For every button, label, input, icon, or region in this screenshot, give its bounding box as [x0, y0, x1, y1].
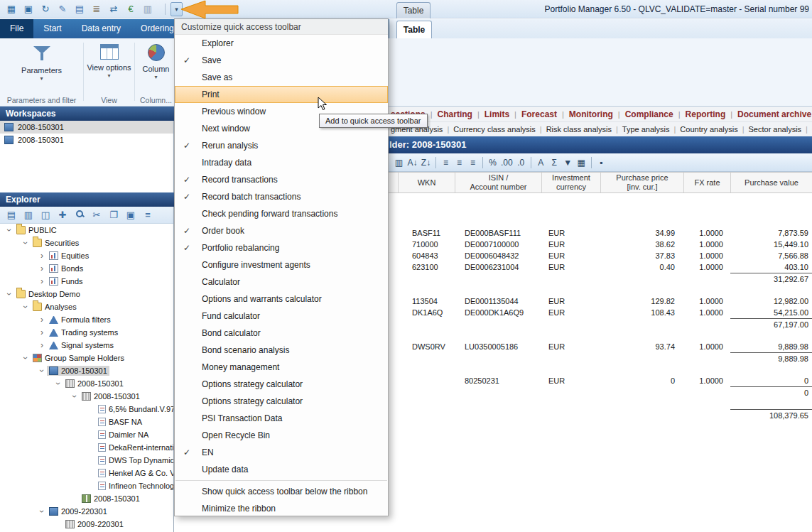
filter-settings-icon[interactable]: ≡ [139, 208, 156, 222]
data-icon[interactable]: ▥ [139, 1, 156, 18]
workspace-item-2008-150301[interactable]: 2008-150301 [0, 121, 173, 134]
menu-item-save-as[interactable]: Save as [175, 69, 388, 86]
column-header-isin[interactable]: ISIN / Account number [455, 173, 541, 192]
column-header-price[interactable]: Purchase price [inv. cur.] [600, 173, 683, 192]
tree-item-henkel-ag-co-v2[interactable]: Henkel AG & Co. V2... [0, 467, 173, 479]
chevron-collapsed-icon[interactable]: › [37, 340, 47, 350]
tab-compliance[interactable]: Compliance [625, 109, 673, 119]
save-icon[interactable]: ▣ [20, 1, 37, 18]
add-decimal-icon[interactable]: .00 [499, 156, 514, 170]
chevron-expanded-icon[interactable]: › [70, 391, 80, 401]
tab-document-archive[interactable]: Document archive [737, 109, 811, 119]
chevron-collapsed-icon[interactable]: › [37, 327, 47, 337]
tree-item-2009-220301[interactable]: ›2009-220301 [0, 505, 173, 518]
tree-view-icon[interactable]: ▤ [3, 208, 20, 222]
menu-item-check-pending-forward-transactions[interactable]: Check pending forward transactions [175, 205, 388, 222]
columns-view-icon[interactable]: ◫ [37, 208, 54, 222]
chevron-collapsed-icon[interactable]: › [37, 251, 47, 261]
menu-item-options-strategy-calculator[interactable]: Options strategy calculator [175, 376, 388, 393]
tree-item-2008-150301[interactable]: 2008-150301 [0, 492, 173, 505]
tree-item-equities[interactable]: ›Equities [0, 249, 173, 262]
column-header-value[interactable]: Purchase value [730, 173, 812, 192]
menu-item-print[interactable]: Print [175, 86, 388, 103]
menu-item-show-quick-access-toolbar-below-the-ribbon[interactable]: Show quick access toolbar below the ribb… [175, 483, 388, 500]
language-icon[interactable]: € [122, 1, 139, 18]
chevron-expanded-icon[interactable]: › [37, 366, 47, 376]
column-header-wkn[interactable]: WKN [398, 173, 455, 192]
sort-descending-icon[interactable]: Z↓ [419, 156, 433, 170]
filter-icon[interactable]: ▼ [561, 156, 575, 170]
column-header-currency[interactable]: Investment currency [541, 173, 600, 192]
ribbon-tab-file[interactable]: File [0, 19, 33, 38]
tab-limits[interactable]: Limits [485, 109, 509, 119]
chevron-expanded-icon[interactable]: › [53, 379, 63, 389]
chevron-collapsed-icon[interactable]: › [37, 276, 47, 286]
format-columns-icon[interactable]: ▥ [392, 156, 406, 170]
tree-item-desktop-demo[interactable]: ›Desktop Demo [0, 288, 173, 300]
tree-item-formula-filters[interactable]: ›Formula filters [0, 313, 173, 326]
tree-item-securities[interactable]: ›Securities [0, 237, 173, 249]
subtab-risk-class-analysis[interactable]: Risk class analysis [546, 125, 612, 134]
ribbon-tab-data-entry[interactable]: Data entry [72, 19, 131, 38]
menu-item-minimize-the-ribbon[interactable]: Minimize the ribbon [175, 500, 388, 517]
subtab-country-analysis[interactable]: Country analysis [680, 125, 737, 134]
parameters-button[interactable]: Parameters ▾ [0, 42, 83, 93]
chevron-expanded-icon[interactable]: › [21, 238, 31, 248]
tab-forecast[interactable]: Forecast [521, 109, 557, 119]
chevron-collapsed-icon[interactable]: › [37, 264, 47, 273]
menu-item-en[interactable]: ✓EN [175, 444, 388, 461]
sort-ascending-icon[interactable]: A↓ [406, 156, 419, 170]
new-item-icon[interactable]: ✚ [54, 208, 71, 222]
menu-item-record-transactions[interactable]: ✓Record transactions [175, 171, 388, 188]
subtab-currency-class-analysis[interactable]: Currency class analysis [453, 125, 536, 134]
font-icon[interactable]: A [534, 156, 548, 170]
menu-item-options-strategy-calculator[interactable]: Options strategy calculator [175, 393, 388, 410]
tree-item-trading-systems[interactable]: ›Trading systems [0, 326, 173, 339]
menu-item-fund-calculator[interactable]: Fund calculator [175, 308, 388, 325]
tab-table-background[interactable]: Table [396, 2, 431, 18]
menu-item-calculator[interactable]: Calculator [175, 273, 388, 291]
app-icon[interactable]: ▦ [3, 1, 20, 18]
align-center-icon[interactable]: ≡ [453, 156, 466, 170]
batch-transactions-icon[interactable]: ▤ [71, 1, 88, 18]
menu-item-rerun-analysis[interactable]: ✓Rerun analysis [175, 137, 388, 154]
tree-item-basf-na[interactable]: BASF NA [0, 416, 173, 428]
search-icon[interactable] [71, 208, 88, 222]
tree-item-2009-220301[interactable]: 2009-220301 [0, 518, 173, 531]
menu-item-record-batch-transactions[interactable]: ✓Record batch transactions [175, 188, 388, 205]
tree-item-signal-systems[interactable]: ›Signal systems [0, 339, 173, 352]
menu-item-portfolio-rebalancing[interactable]: ✓Portfolio rebalancing [175, 239, 388, 256]
subtab-type-analysis[interactable]: Type analysis [622, 125, 670, 134]
remove-decimal-icon[interactable]: .0 [514, 156, 528, 170]
workspace-item-2008-150301[interactable]: 2008-150301 [0, 134, 173, 146]
percent-icon[interactable]: % [486, 156, 499, 170]
menu-item-psi-transaction-data[interactable]: PSI Transaction Data [175, 410, 388, 427]
chart-icon[interactable]: ▦ [575, 156, 588, 170]
align-right-icon[interactable]: ≡ [466, 156, 480, 170]
tree-item-group-sample-holders[interactable]: ›Group Sample Holders [0, 352, 173, 364]
column-header-fx[interactable]: FX rate [683, 173, 730, 192]
cut-icon[interactable]: ✂ [88, 208, 105, 222]
tree-item-infineon-technolog[interactable]: Infineon Technolog... [0, 479, 173, 492]
align-left-icon[interactable]: ≡ [439, 156, 453, 170]
tree-item-2008-150301[interactable]: ›2008-150301 [0, 364, 173, 377]
menu-item-configure-investment-agents[interactable]: Configure investment agents [175, 256, 388, 273]
chevron-collapsed-icon[interactable]: › [37, 315, 47, 325]
freeze-icon[interactable]: ▪ [595, 156, 608, 170]
tree-item-funds[interactable]: ›Funds [0, 275, 173, 288]
tree-item-6-5-bundanl-v-97[interactable]: 6,5% Bundanl.V.97... [0, 403, 173, 416]
menu-item-order-book[interactable]: ✓Order book [175, 222, 388, 239]
menu-item-bond-scenario-analysis[interactable]: Bond scenario analysis [175, 342, 388, 359]
tree-item-public[interactable]: ›PUBLIC [0, 224, 173, 237]
paste-icon[interactable]: ▣ [122, 208, 139, 222]
tab-reporting[interactable]: Reporting [686, 109, 726, 119]
record-transactions-icon[interactable]: ✎ [54, 1, 71, 18]
menu-item-open-recycle-bin[interactable]: Open Recycle Bin [175, 427, 388, 444]
chevron-expanded-icon[interactable]: › [4, 225, 14, 235]
tree-item-2008-150301[interactable]: ›2008-150301 [0, 377, 173, 390]
tab-monitoring[interactable]: Monitoring [569, 109, 613, 119]
chevron-expanded-icon[interactable]: › [21, 353, 31, 363]
tree-item-daimler-na[interactable]: Daimler NA [0, 428, 173, 441]
subtab-sector-analysis[interactable]: Sector analysis [749, 125, 802, 134]
sum-icon[interactable]: Σ [548, 156, 561, 170]
